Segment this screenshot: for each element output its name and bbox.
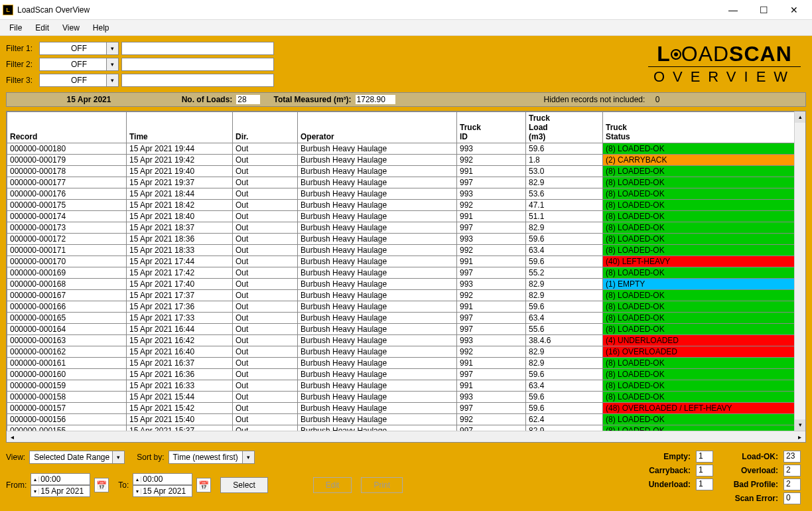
cell-dir: Out xyxy=(233,279,298,290)
cell-truck-id: 991 xyxy=(457,166,526,177)
filter-3-select[interactable]: OFF ▾ xyxy=(39,74,119,87)
vertical-scrollbar[interactable]: ▴ ▾ xyxy=(794,111,805,431)
col-truck-status[interactable]: TruckStatus xyxy=(603,112,805,143)
table-row[interactable]: 000000-00017315 Apr 2021 18:37OutBurbush… xyxy=(7,222,805,234)
sort-select[interactable]: Time (newest first) ▾ xyxy=(169,451,255,464)
table-row[interactable]: 000000-00016815 Apr 2021 17:40OutBurbush… xyxy=(7,279,805,290)
cell-dir: Out xyxy=(233,222,298,234)
minimize-button[interactable]: — xyxy=(718,1,748,19)
to-time-input[interactable]: ▴00:00 xyxy=(133,473,192,485)
cell-time: 15 Apr 2021 16:37 xyxy=(127,358,233,369)
filter-1-select[interactable]: OFF ▾ xyxy=(39,42,119,55)
summary-loads-value: 28 xyxy=(236,95,260,104)
col-dir[interactable]: Dir. xyxy=(233,112,298,143)
col-truck-load[interactable]: TruckLoad(m3) xyxy=(526,112,603,143)
cell-operator: Burbush Heavy Haulage xyxy=(298,188,457,200)
cell-record: 000000-000169 xyxy=(7,267,127,279)
table-row[interactable]: 000000-00016915 Apr 2021 17:42OutBurbush… xyxy=(7,267,805,279)
cell-truck-status: (8) LOADED-OK xyxy=(603,324,805,335)
to-date-input[interactable]: ▾15 Apr 2021 xyxy=(133,485,192,497)
table-row[interactable]: 000000-00016215 Apr 2021 16:40OutBurbush… xyxy=(7,346,805,358)
table-row[interactable]: 000000-00017215 Apr 2021 18:36OutBurbush… xyxy=(7,234,805,245)
cell-operator: Burbush Heavy Haulage xyxy=(298,155,457,166)
menu-help[interactable]: Help xyxy=(86,22,116,34)
col-record[interactable]: Record xyxy=(7,112,127,143)
table-row[interactable]: 000000-00017715 Apr 2021 19:37OutBurbush… xyxy=(7,177,805,188)
cell-truck-status: (16) OVERLOADED xyxy=(603,346,805,358)
scroll-down-icon[interactable]: ▾ xyxy=(795,419,805,431)
col-time[interactable]: Time xyxy=(127,112,233,143)
table-row[interactable]: 000000-00017615 Apr 2021 18:44OutBurbush… xyxy=(7,188,805,200)
filter-1-input[interactable] xyxy=(121,42,274,55)
data-table[interactable]: Record Time Dir. Operator TruckID TruckL… xyxy=(7,111,805,431)
close-button[interactable]: ✕ xyxy=(779,1,809,19)
col-truck-id[interactable]: TruckID xyxy=(457,112,526,143)
cell-time: 15 Apr 2021 18:44 xyxy=(127,188,233,200)
table-row[interactable]: 000000-00015915 Apr 2021 16:33OutBurbush… xyxy=(7,380,805,392)
table-row[interactable]: 000000-00015615 Apr 2021 15:40OutBurbush… xyxy=(7,414,805,425)
cell-time: 15 Apr 2021 16:33 xyxy=(127,380,233,392)
main-frame: Filter 1: OFF ▾ Filter 2: OFF ▾ Filter 3… xyxy=(0,36,812,511)
table-row[interactable]: 000000-00016015 Apr 2021 16:36OutBurbush… xyxy=(7,369,805,380)
table-row[interactable]: 000000-00016715 Apr 2021 17:37OutBurbush… xyxy=(7,290,805,301)
from-date-input[interactable]: ▾15 Apr 2021 xyxy=(31,485,90,497)
cell-time: 15 Apr 2021 17:37 xyxy=(127,290,233,301)
filter-3-input[interactable] xyxy=(121,74,274,87)
print-button[interactable]: Print xyxy=(361,477,403,493)
table-row[interactable]: 000000-00016115 Apr 2021 16:37OutBurbush… xyxy=(7,358,805,369)
cell-truck-load: 53.6 xyxy=(526,188,603,200)
table-row[interactable]: 000000-00015715 Apr 2021 15:42OutBurbush… xyxy=(7,403,805,414)
logo: LOADSCAN OVERVIEW xyxy=(648,42,801,86)
menu-view[interactable]: View xyxy=(56,22,86,34)
table-row[interactable]: 000000-00017815 Apr 2021 19:40OutBurbush… xyxy=(7,166,805,177)
maximize-button[interactable]: ☐ xyxy=(748,1,779,19)
menu-edit[interactable]: Edit xyxy=(29,22,56,34)
calendar-icon[interactable]: 📅 xyxy=(94,478,109,492)
filter-3-value: OFF xyxy=(71,76,87,85)
from-time-input[interactable]: ▴00:00 xyxy=(31,473,90,485)
scroll-up-icon[interactable]: ▴ xyxy=(795,111,805,123)
edit-button[interactable]: Edit xyxy=(313,477,352,493)
filter-2-select[interactable]: OFF ▾ xyxy=(39,58,119,71)
cell-truck-load: 59.6 xyxy=(526,234,603,245)
cell-truck-status: (8) LOADED-OK xyxy=(603,380,805,392)
cell-truck-id: 991 xyxy=(457,301,526,313)
cell-record: 000000-000178 xyxy=(7,166,127,177)
table-row[interactable]: 000000-00016615 Apr 2021 17:36OutBurbush… xyxy=(7,301,805,313)
table-row[interactable]: 000000-00016415 Apr 2021 16:44OutBurbush… xyxy=(7,324,805,335)
scroll-right-icon[interactable]: ▸ xyxy=(794,433,805,441)
cell-truck-load: 82.9 xyxy=(526,222,603,234)
filter-2-input[interactable] xyxy=(121,58,274,71)
table-row[interactable]: 000000-00017515 Apr 2021 18:42OutBurbush… xyxy=(7,200,805,211)
calendar-icon[interactable]: 📅 xyxy=(196,478,211,492)
cell-truck-id: 992 xyxy=(457,346,526,358)
cell-dir: Out xyxy=(233,324,298,335)
cell-time: 15 Apr 2021 17:42 xyxy=(127,267,233,279)
horizontal-scrollbar[interactable]: ◂ ▸ xyxy=(7,431,805,442)
table-row[interactable]: 000000-00016515 Apr 2021 17:33OutBurbush… xyxy=(7,313,805,324)
cell-truck-status: (2) CARRYBACK xyxy=(603,155,805,166)
table-row[interactable]: 000000-00016315 Apr 2021 16:42OutBurbush… xyxy=(7,335,805,346)
table-row[interactable]: 000000-00017015 Apr 2021 17:44OutBurbush… xyxy=(7,256,805,267)
cell-truck-load: 59.6 xyxy=(526,301,603,313)
table-row[interactable]: 000000-00015515 Apr 2021 15:37OutBurbush… xyxy=(7,425,805,431)
cell-truck-status: (8) LOADED-OK xyxy=(603,267,805,279)
cell-dir: Out xyxy=(233,166,298,177)
cell-record: 000000-000156 xyxy=(7,414,127,425)
logo-right: SCAN xyxy=(729,42,792,66)
cell-time: 15 Apr 2021 19:37 xyxy=(127,177,233,188)
cell-operator: Burbush Heavy Haulage xyxy=(298,222,457,234)
scroll-left-icon[interactable]: ◂ xyxy=(7,433,18,441)
table-row[interactable]: 000000-00015815 Apr 2021 15:44OutBurbush… xyxy=(7,392,805,403)
view-select[interactable]: Selected Date Range ▾ xyxy=(29,451,125,464)
col-operator[interactable]: Operator xyxy=(298,112,457,143)
table-row[interactable]: 000000-00018015 Apr 2021 19:44OutBurbush… xyxy=(7,143,805,155)
cell-time: 15 Apr 2021 18:42 xyxy=(127,200,233,211)
table-row[interactable]: 000000-00017915 Apr 2021 19:42OutBurbush… xyxy=(7,155,805,166)
select-button[interactable]: Select xyxy=(220,477,267,493)
menu-file[interactable]: File xyxy=(3,22,29,34)
table-row[interactable]: 000000-00017115 Apr 2021 18:33OutBurbush… xyxy=(7,245,805,256)
cell-truck-load: 59.6 xyxy=(526,143,603,155)
cell-operator: Burbush Heavy Haulage xyxy=(298,267,457,279)
table-row[interactable]: 000000-00017415 Apr 2021 18:40OutBurbush… xyxy=(7,211,805,222)
